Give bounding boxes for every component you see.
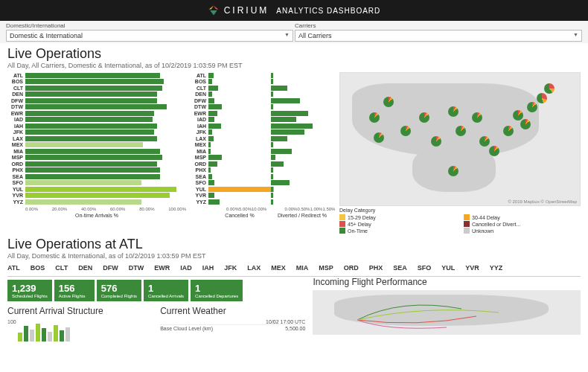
ontime-bar[interactable] bbox=[25, 92, 157, 97]
cancel-bar[interactable] bbox=[208, 117, 214, 122]
tab-clt[interactable]: CLT bbox=[55, 264, 68, 273]
cancel-bar[interactable] bbox=[208, 98, 214, 103]
cancel-bar[interactable] bbox=[208, 199, 220, 205]
ontime-bar[interactable] bbox=[25, 174, 160, 179]
ontime-bar[interactable] bbox=[25, 104, 167, 109]
divert-bar[interactable] bbox=[271, 136, 287, 141]
tab-mia[interactable]: MIA bbox=[296, 264, 309, 273]
ontime-bar[interactable] bbox=[25, 142, 143, 147]
ontime-bar[interactable] bbox=[25, 129, 154, 135]
ontime-bar[interactable] bbox=[25, 199, 141, 205]
cancel-bar[interactable] bbox=[208, 193, 214, 198]
tab-ord[interactable]: ORD bbox=[344, 264, 359, 273]
cancel-bar[interactable] bbox=[208, 129, 212, 135]
map-pie[interactable] bbox=[400, 126, 411, 136]
map-pie[interactable] bbox=[537, 93, 547, 103]
filter-domestic-select[interactable]: Domestic & International bbox=[6, 30, 293, 42]
map-pie[interactable] bbox=[448, 106, 458, 117]
divert-bar[interactable] bbox=[271, 161, 284, 167]
map-pie[interactable] bbox=[456, 126, 466, 136]
tab-atl[interactable]: ATL bbox=[7, 264, 20, 273]
cancel-bar[interactable] bbox=[208, 86, 218, 91]
divert-bar[interactable] bbox=[271, 98, 300, 103]
stat-card[interactable]: 1,239Scheduled Flights bbox=[7, 280, 52, 301]
divert-bar[interactable] bbox=[271, 73, 273, 78]
divert-bar[interactable] bbox=[271, 129, 304, 135]
ontime-bar[interactable] bbox=[25, 136, 157, 141]
stat-card[interactable]: 1Cancelled Departures bbox=[191, 280, 243, 301]
divert-bar[interactable] bbox=[271, 187, 273, 192]
tab-dfw[interactable]: DFW bbox=[103, 264, 118, 273]
divert-bar[interactable] bbox=[271, 167, 273, 173]
tab-mex[interactable]: MEX bbox=[271, 264, 286, 273]
cancel-bar[interactable] bbox=[208, 174, 212, 179]
tab-msp[interactable]: MSP bbox=[319, 264, 333, 273]
divert-bar[interactable] bbox=[271, 92, 273, 97]
ontime-bar[interactable] bbox=[25, 180, 141, 185]
ontime-bar[interactable] bbox=[25, 149, 160, 154]
ontime-bar[interactable] bbox=[25, 187, 176, 192]
filter-carriers-select[interactable]: All Carriers bbox=[295, 30, 582, 42]
tab-bos[interactable]: BOS bbox=[31, 264, 45, 273]
divert-bar[interactable] bbox=[271, 111, 308, 116]
tab-ewr[interactable]: EWR bbox=[154, 264, 170, 273]
cancel-bar[interactable] bbox=[208, 149, 211, 154]
cancel-bar[interactable] bbox=[208, 155, 222, 160]
ontime-bar[interactable] bbox=[25, 155, 162, 160]
map-pie[interactable] bbox=[513, 110, 523, 121]
divert-bar[interactable] bbox=[271, 149, 292, 154]
divert-bar[interactable] bbox=[271, 199, 273, 205]
ontime-bar[interactable] bbox=[25, 86, 162, 91]
cancel-bar[interactable] bbox=[208, 104, 222, 109]
cancel-bar[interactable] bbox=[208, 73, 214, 78]
divert-bar[interactable] bbox=[271, 142, 273, 147]
divert-bar[interactable] bbox=[271, 124, 313, 129]
map-pie[interactable] bbox=[448, 166, 458, 176]
cancel-bar[interactable] bbox=[208, 142, 211, 147]
ontime-bar[interactable] bbox=[25, 193, 170, 198]
tab-sfo[interactable]: SFO bbox=[418, 264, 432, 273]
cancel-bar[interactable] bbox=[208, 111, 217, 116]
divert-bar[interactable] bbox=[271, 174, 273, 179]
tab-jfk[interactable]: JFK bbox=[224, 264, 237, 273]
tab-yvr[interactable]: YVR bbox=[465, 264, 479, 273]
cancel-bar[interactable] bbox=[208, 187, 274, 192]
cancel-bar[interactable] bbox=[208, 136, 214, 141]
tab-den[interactable]: DEN bbox=[78, 264, 92, 273]
map-pie[interactable] bbox=[489, 146, 499, 156]
map-pie[interactable] bbox=[383, 97, 394, 107]
ontime-bar[interactable] bbox=[25, 124, 157, 129]
map-pie[interactable] bbox=[520, 119, 531, 129]
map-canvas[interactable]: © 2019 Mapbox © OpenStreetMap bbox=[339, 72, 581, 206]
tab-yul[interactable]: YUL bbox=[441, 264, 455, 273]
tab-dtw[interactable]: DTW bbox=[129, 264, 144, 273]
tab-phx[interactable]: PHX bbox=[369, 264, 383, 273]
map-pie[interactable] bbox=[369, 112, 380, 123]
cancel-bar[interactable] bbox=[208, 167, 211, 173]
divert-bar[interactable] bbox=[271, 104, 273, 109]
tab-yyz[interactable]: YYZ bbox=[490, 264, 503, 273]
stat-card[interactable]: 576Completed Flights bbox=[97, 280, 141, 301]
divert-bar[interactable] bbox=[271, 79, 273, 84]
divert-bar[interactable] bbox=[271, 180, 290, 185]
stat-card[interactable]: 156Active Flights bbox=[54, 280, 95, 301]
stat-card[interactable]: 1Cancelled Arrivals bbox=[144, 280, 188, 301]
ontime-bar[interactable] bbox=[25, 98, 157, 103]
divert-bar[interactable] bbox=[271, 155, 275, 160]
ontime-bar[interactable] bbox=[25, 117, 153, 122]
incoming-map[interactable] bbox=[313, 290, 581, 335]
cancel-bar[interactable] bbox=[208, 161, 217, 167]
ontime-bar[interactable] bbox=[25, 167, 160, 173]
ontime-bar[interactable] bbox=[25, 111, 154, 116]
divert-bar[interactable] bbox=[271, 193, 273, 198]
divert-bar[interactable] bbox=[271, 117, 296, 122]
cancel-bar[interactable] bbox=[208, 79, 212, 84]
tab-iad[interactable]: IAD bbox=[180, 264, 192, 273]
ontime-bar[interactable] bbox=[25, 79, 164, 84]
ontime-bar[interactable] bbox=[25, 73, 160, 78]
cancel-bar[interactable] bbox=[208, 180, 214, 185]
cancel-bar[interactable] bbox=[208, 92, 212, 97]
tab-lax[interactable]: LAX bbox=[247, 264, 261, 273]
tab-iah[interactable]: IAH bbox=[202, 264, 214, 273]
divert-bar[interactable] bbox=[271, 86, 287, 91]
